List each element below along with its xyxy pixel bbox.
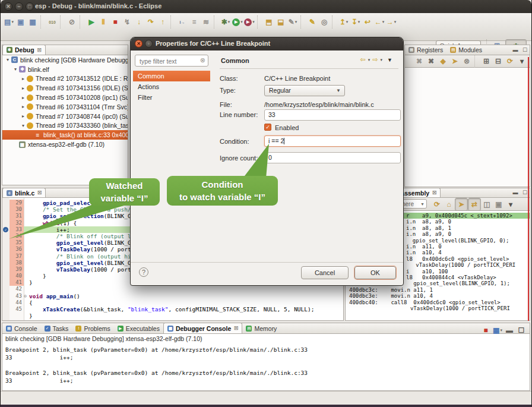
breakpoint-margin[interactable]: ✓ [2,226,10,233]
breakpoint-margin[interactable] [2,260,10,266]
tab-debug[interactable]: ✱ Debug ☒ [2,45,46,55]
last-edit-location-button[interactable]: ↩ [362,16,373,28]
home-button[interactable]: ⌂ [443,198,455,210]
breakpoint-margin[interactable] [2,200,10,206]
breakpoint-icon[interactable]: ✓ [3,227,8,232]
expand-icon[interactable]: ▸ [20,76,26,81]
code-line[interactable]: } [2,313,343,319]
dialog-nav-filter[interactable]: Filter [133,92,210,103]
breakpoint-margin[interactable] [2,213,10,219]
type-dropdown[interactable]: Regular ▼ [264,85,345,96]
use-step-filters-button[interactable]: ≋ [200,16,212,28]
window-close-icon[interactable]: ✕ [4,2,12,11]
open-element-button[interactable]: ⬒ [263,16,275,28]
step-return-button[interactable]: ↑ [157,16,169,28]
tab-console[interactable]: ▦Console [2,323,41,333]
code-line[interactable]: 44{ [2,299,343,306]
breakpoint-margin[interactable] [2,206,10,213]
collapse-icon[interactable]: ▾ [12,67,18,72]
clear-filter-icon[interactable]: ⊗ [200,56,205,64]
minimize-view-icon[interactable]: ▬ [511,46,520,55]
debug-button[interactable]: ✱▾ [220,16,232,28]
open-new-view-button[interactable]: ▣ [493,198,505,210]
save-all-button[interactable]: ▦ [27,16,39,28]
view-menu-button[interactable]: ▾ [516,55,528,67]
previous-annotation-button[interactable]: ↥▾ [338,16,350,28]
add-watchpoint-button[interactable]: ◆ [437,55,449,67]
expand-icon[interactable]: ▸ [20,113,26,119]
expand-icon[interactable]: ▸ [20,95,26,100]
breakpoint-margin[interactable] [2,313,10,319]
refresh-button[interactable]: ⟳ [504,55,516,67]
remove-selected-button[interactable]: ✖ [413,55,425,67]
drop-to-frame-button[interactable]: ≡ [188,16,200,28]
show-source-button[interactable]: ◫ [481,198,493,210]
view-menu-button[interactable]: ▾ [505,198,517,210]
instruction-stepping-button[interactable]: i→ [176,16,188,28]
tab-executables[interactable]: ▶Executables [114,323,163,333]
breakpoint-margin[interactable] [2,239,10,246]
run-external-tools-button[interactable]: ▶▾ [243,16,255,28]
toggle-mark-occurrences-button[interactable]: ✎ [306,16,318,28]
resume-button[interactable]: ▶ [86,16,97,28]
disconnect-button[interactable]: ↯ [121,16,133,28]
close-tab-icon[interactable]: ☒ [234,326,238,331]
breakpoint-margin[interactable] [2,286,10,292]
restore-default-type-button[interactable]: ⊗ [461,55,473,67]
fold-collapse-icon[interactable]: ⊖ [24,293,29,299]
save-button[interactable]: ▣ [15,16,27,28]
next-annotation-button[interactable]: ↧▾ [350,16,362,28]
filter-input[interactable] [138,56,200,67]
tab-tasks[interactable]: ✓Tasks [41,323,72,333]
debug-tree-item[interactable]: ▸Thread #5 1073410208 (ipc1) (Suspended) [2,93,128,102]
tab-problems[interactable]: !Problems [72,323,113,333]
tab-registers[interactable]: ▦ Registers [405,45,446,55]
enabled-checkbox[interactable]: ✓ [264,124,271,131]
debug-tree-item[interactable]: ▸Thread #3 1073413156 (IDLE) (Suspended) [2,83,128,93]
expand-icon[interactable]: ▸ [20,86,26,91]
debug-tree-item[interactable]: ▸Thread #6 1073431104 (Tmr Svc) (Suspend… [2,102,128,112]
suspend-button[interactable]: Ⅱ [97,16,109,28]
breakpoint-margin[interactable] [2,253,10,260]
window-minimize-icon[interactable]: − [15,2,23,11]
terminate-button[interactable]: ■ [109,16,121,28]
ignore-count-input[interactable]: 0 [264,152,401,163]
code-line[interactable]: 42 [2,286,343,292]
refresh-view-button[interactable]: ⟳ [431,198,443,210]
debug-tree-item[interactable]: ▾Thread #9 1073433360 (blink_task : Susp… [2,121,128,131]
skip-all-breakpoints-button[interactable]: ⊘ [66,16,78,28]
dialog-nav-common[interactable]: Common [133,71,210,81]
sync-with-selection-button[interactable]: ⇄ [468,198,481,211]
cancel-button[interactable]: Cancel [301,266,349,279]
breakpoint-margin[interactable] [2,299,10,306]
step-into-button[interactable]: ↓ [133,16,145,28]
back-arrow-icon[interactable]: ⇦ [360,56,366,64]
build-binary-button[interactable]: 010 [46,16,58,28]
dialog-maximize-icon[interactable]: ▫ [145,40,153,48]
cast-to-type-button[interactable]: ➤ [449,55,461,67]
breakpoint-margin[interactable] [2,279,10,286]
forward-button[interactable]: →▾ [385,16,397,28]
close-tab-icon[interactable]: ☒ [432,190,436,195]
link-with-editor-button[interactable]: ◎ [318,16,330,28]
chevron-down-icon[interactable]: ▼ [420,200,425,209]
condition-input[interactable]: i == 2 [264,135,401,147]
debug-tree-item[interactable]: ▾❖blink.elf [2,65,128,74]
debug-tree-item[interactable]: ▾Cblink checking [GDB Hardware Debugging… [2,55,128,65]
search-button[interactable]: ✎▾ [287,16,299,28]
collapse-icon[interactable]: ▾ [5,57,11,62]
step-over-button[interactable]: ↷ [145,16,157,28]
minimize-view-icon[interactable]: ▬ [511,189,520,197]
help-button[interactable]: ? [139,267,148,277]
view-menu-icon[interactable]: ▼ [387,57,392,63]
close-tab-icon[interactable]: ☒ [37,48,42,53]
breakpoint-margin[interactable] [2,220,10,226]
new-wizard-button[interactable]: ▤▾ [3,16,15,28]
code-line[interactable]: 45 xTaskCreate(&blink_task, "blink_task"… [2,306,343,313]
breakpoint-margin[interactable] [2,266,10,273]
close-tab-icon[interactable]: ☒ [37,190,42,195]
ok-button[interactable]: OK [354,266,396,279]
maximize-view-icon[interactable]: ☐ [520,46,530,55]
tab-memory[interactable]: ▤Memory [242,323,280,333]
follow-pc-button[interactable]: ➤ [455,198,468,211]
